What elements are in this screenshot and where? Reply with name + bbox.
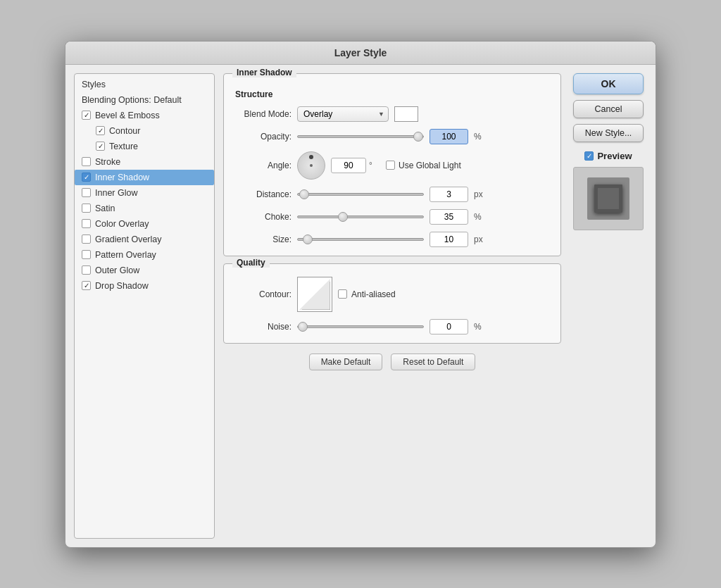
blend-mode-row: Blend Mode: NormalDissolveDarkenMultiply… [235,106,549,122]
preview-svg [584,174,633,223]
dial-center [310,164,313,167]
noise-row: Noise: % [235,319,549,334]
sidebar-item-gradient-overlay[interactable]: Gradient Overlay [75,232,214,247]
item-checkbox[interactable]: ✓ [82,111,91,120]
distance-label: Distance: [235,189,291,199]
item-label: Texture [109,142,138,151]
angle-dial[interactable] [297,151,325,180]
sidebar-item-bevel-emboss[interactable]: ✓Bevel & Emboss [75,108,214,123]
inner-shadow-section: Inner Shadow Structure Blend Mode: Norma… [223,73,561,256]
opacity-slider-container [297,135,424,138]
angle-label: Angle: [235,161,291,170]
quality-title: Quality [232,258,270,268]
item-checkbox[interactable] [82,250,91,259]
size-slider-container [297,238,424,241]
preview-inner [584,174,633,223]
sidebar-item-contour[interactable]: ✓Contour [75,123,214,139]
left-panel: StylesBlending Options: Default✓Bevel & … [74,73,215,539]
item-checkbox[interactable] [82,188,91,197]
blend-mode-select[interactable]: NormalDissolveDarkenMultiplyColor BurnLi… [297,106,389,122]
angle-unit: ° [369,161,380,170]
choke-slider[interactable] [297,215,424,218]
size-row: Size: px [235,232,549,247]
sidebar-item-blending-options[interactable]: Blending Options: Default [75,92,214,108]
ok-button[interactable]: OK [573,73,644,94]
use-global-light-checkbox[interactable] [386,161,395,170]
size-slider[interactable] [297,238,424,241]
title-text: Layer Style [334,47,387,58]
make-default-button[interactable]: Make Default [309,354,383,370]
noise-label: Noise: [235,322,291,332]
size-unit: px [474,234,485,244]
preview-area [573,167,644,230]
sidebar-item-outer-glow[interactable]: Outer Glow [75,263,214,278]
noise-slider[interactable] [297,325,424,328]
noise-unit: % [474,322,485,332]
sidebar-item-inner-shadow[interactable]: ✓Inner Shadow [75,170,214,185]
opacity-input[interactable] [430,129,468,144]
item-label: Bevel & Emboss [95,111,160,120]
layer-style-dialog: Layer Style StylesBlending Options: Defa… [65,41,656,548]
preview-checkbox[interactable]: ✓ [584,151,594,161]
sidebar-item-texture[interactable]: ✓Texture [75,139,214,154]
angle-container: ° Use Global Light [297,151,461,180]
preview-label: Preview [597,151,632,161]
item-checkbox[interactable]: ✓ [82,173,91,182]
item-checkbox[interactable]: ✓ [96,142,105,151]
sidebar-item-color-overlay[interactable]: Color Overlay [75,216,214,232]
anti-aliased-label: Anti-aliased [351,289,396,299]
opacity-row: Opacity: % [235,129,549,144]
size-input[interactable] [430,232,468,247]
svg-rect-5 [598,188,619,209]
sidebar-item-styles[interactable]: Styles [75,77,214,92]
sidebar-item-pattern-overlay[interactable]: Pattern Overlay [75,247,214,263]
item-checkbox[interactable] [82,157,91,166]
sidebar-item-inner-glow[interactable]: Inner Glow [75,185,214,201]
dialog-title: Layer Style [65,42,656,65]
noise-slider-container [297,325,424,328]
item-label: Satin [95,204,115,213]
item-checkbox[interactable] [82,234,91,244]
reset-to-default-button[interactable]: Reset to Default [391,354,475,370]
sidebar-item-stroke[interactable]: Stroke [75,154,214,170]
distance-unit: px [474,189,485,199]
item-label: Inner Shadow [95,173,149,182]
contour-svg [299,279,330,310]
svg-marker-0 [299,279,330,310]
cancel-button[interactable]: Cancel [573,100,644,118]
item-checkbox[interactable]: ✓ [82,281,91,290]
item-label: Color Overlay [95,219,149,229]
item-label: Blending Options: Default [82,95,182,105]
item-checkbox[interactable] [82,219,91,228]
bottom-buttons: Make Default Reset to Default [223,354,561,376]
noise-input[interactable] [430,319,468,334]
item-checkbox[interactable] [82,265,91,275]
item-checkbox[interactable]: ✓ [96,126,105,135]
anti-aliased-checkbox[interactable] [338,289,347,299]
opacity-slider[interactable] [297,135,424,138]
blend-mode-label: Blend Mode: [235,109,291,119]
blend-mode-select-wrapper: NormalDissolveDarkenMultiplyColor BurnLi… [297,106,389,122]
angle-row: Angle: ° Use Global Light [235,151,549,180]
distance-row: Distance: px [235,187,549,202]
item-label: Pattern Overlay [95,250,156,260]
contour-label: Contour: [235,289,291,299]
blend-mode-color-swatch[interactable] [394,106,418,122]
sidebar-item-satin[interactable]: Satin [75,201,214,216]
choke-input[interactable] [430,209,468,225]
item-checkbox[interactable] [82,204,91,213]
sidebar-item-drop-shadow[interactable]: ✓Drop Shadow [75,278,214,294]
item-label: Contour [109,126,140,136]
angle-input[interactable] [331,158,366,173]
contour-preview[interactable] [297,277,332,312]
choke-slider-container [297,215,424,218]
quality-section: Quality Contour: Anti-aliased [223,263,561,344]
opacity-unit: % [474,132,485,142]
size-label: Size: [235,234,291,244]
distance-slider[interactable] [297,193,424,196]
opacity-label: Opacity: [235,132,291,142]
new-style-button[interactable]: New Style... [573,124,644,142]
dialog-body: StylesBlending Options: Default✓Bevel & … [65,65,656,547]
distance-input[interactable] [430,187,468,202]
use-global-light-row: Use Global Light [386,161,461,170]
